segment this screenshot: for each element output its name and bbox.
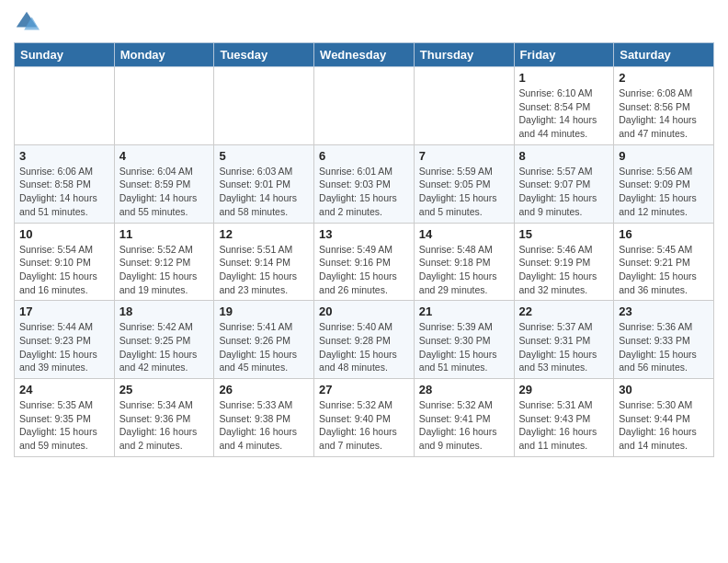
- day-number: 26: [219, 383, 309, 396]
- day-number: 22: [519, 304, 609, 318]
- calendar-cell: [15, 67, 115, 145]
- day-info: Sunrise: 5:49 AM Sunset: 9:16 PM Dayligh…: [319, 243, 409, 297]
- calendar-cell: [414, 67, 514, 145]
- day-number: 4: [119, 149, 210, 163]
- day-info: Sunrise: 5:32 AM Sunset: 9:41 PM Dayligh…: [419, 398, 509, 453]
- calendar-cell: [114, 67, 214, 145]
- day-info: Sunrise: 5:33 AM Sunset: 9:38 PM Dayligh…: [219, 398, 309, 453]
- calendar-cell: 1Sunrise: 6:10 AM Sunset: 8:54 PM Daylig…: [514, 67, 614, 145]
- calendar-cell: 5Sunrise: 6:03 AM Sunset: 9:01 PM Daylig…: [214, 144, 314, 223]
- header: [14, 9, 714, 35]
- calendar-cell: 30Sunrise: 5:30 AM Sunset: 9:44 PM Dayli…: [614, 379, 714, 457]
- calendar-cell: 14Sunrise: 5:48 AM Sunset: 9:18 PM Dayli…: [414, 223, 514, 301]
- day-info: Sunrise: 5:30 AM Sunset: 9:44 PM Dayligh…: [619, 398, 709, 453]
- day-number: 14: [419, 227, 509, 241]
- day-info: Sunrise: 5:52 AM Sunset: 9:12 PM Dayligh…: [119, 243, 210, 297]
- day-number: 17: [19, 304, 109, 318]
- day-number: 16: [619, 227, 709, 241]
- calendar-cell: 29Sunrise: 5:31 AM Sunset: 9:43 PM Dayli…: [514, 379, 614, 457]
- weekday-header-monday: Monday: [114, 43, 214, 67]
- day-number: 24: [19, 383, 109, 396]
- calendar-week-1: 1Sunrise: 6:10 AM Sunset: 8:54 PM Daylig…: [15, 67, 714, 145]
- day-info: Sunrise: 5:40 AM Sunset: 9:28 PM Dayligh…: [319, 320, 409, 374]
- day-info: Sunrise: 5:42 AM Sunset: 9:25 PM Dayligh…: [119, 320, 210, 374]
- calendar-cell: 21Sunrise: 5:39 AM Sunset: 9:30 PM Dayli…: [414, 301, 514, 379]
- weekday-header-thursday: Thursday: [414, 43, 514, 67]
- calendar-cell: 25Sunrise: 5:34 AM Sunset: 9:36 PM Dayli…: [114, 379, 214, 457]
- calendar-cell: 24Sunrise: 5:35 AM Sunset: 9:35 PM Dayli…: [15, 379, 115, 457]
- day-info: Sunrise: 5:35 AM Sunset: 9:35 PM Dayligh…: [19, 398, 109, 453]
- day-number: 10: [19, 227, 109, 241]
- calendar-cell: 16Sunrise: 5:45 AM Sunset: 9:21 PM Dayli…: [614, 223, 714, 301]
- calendar-week-2: 3Sunrise: 6:06 AM Sunset: 8:58 PM Daylig…: [15, 144, 714, 223]
- calendar-cell: 3Sunrise: 6:06 AM Sunset: 8:58 PM Daylig…: [15, 144, 115, 223]
- day-info: Sunrise: 5:51 AM Sunset: 9:14 PM Dayligh…: [219, 243, 309, 297]
- weekday-header-row: SundayMondayTuesdayWednesdayThursdayFrid…: [15, 43, 714, 67]
- calendar-week-5: 24Sunrise: 5:35 AM Sunset: 9:35 PM Dayli…: [15, 379, 714, 457]
- logo-icon: [14, 9, 40, 35]
- logo: [14, 9, 43, 35]
- day-info: Sunrise: 5:37 AM Sunset: 9:31 PM Dayligh…: [519, 320, 609, 374]
- day-number: 25: [119, 383, 210, 396]
- day-info: Sunrise: 5:41 AM Sunset: 9:26 PM Dayligh…: [219, 320, 309, 374]
- day-info: Sunrise: 5:31 AM Sunset: 9:43 PM Dayligh…: [519, 398, 609, 453]
- day-number: 18: [119, 304, 210, 318]
- weekday-header-wednesday: Wednesday: [314, 43, 415, 67]
- day-number: 30: [619, 383, 709, 396]
- calendar-cell: 28Sunrise: 5:32 AM Sunset: 9:41 PM Dayli…: [414, 379, 514, 457]
- calendar-cell: 4Sunrise: 6:04 AM Sunset: 8:59 PM Daylig…: [114, 144, 214, 223]
- day-info: Sunrise: 5:34 AM Sunset: 9:36 PM Dayligh…: [119, 398, 210, 453]
- calendar-cell: 9Sunrise: 5:56 AM Sunset: 9:09 PM Daylig…: [614, 144, 714, 223]
- day-info: Sunrise: 5:44 AM Sunset: 9:23 PM Dayligh…: [19, 320, 109, 374]
- day-number: 12: [219, 227, 309, 241]
- day-info: Sunrise: 6:01 AM Sunset: 9:03 PM Dayligh…: [319, 165, 409, 219]
- day-info: Sunrise: 6:08 AM Sunset: 8:56 PM Dayligh…: [619, 86, 709, 141]
- day-number: 28: [419, 383, 509, 396]
- calendar-cell: 6Sunrise: 6:01 AM Sunset: 9:03 PM Daylig…: [314, 144, 415, 223]
- day-info: Sunrise: 5:54 AM Sunset: 9:10 PM Dayligh…: [19, 243, 109, 297]
- day-info: Sunrise: 5:39 AM Sunset: 9:30 PM Dayligh…: [419, 320, 509, 374]
- day-number: 9: [619, 149, 709, 163]
- calendar-cell: 11Sunrise: 5:52 AM Sunset: 9:12 PM Dayli…: [114, 223, 214, 301]
- weekday-header-tuesday: Tuesday: [214, 43, 314, 67]
- calendar-cell: 15Sunrise: 5:46 AM Sunset: 9:19 PM Dayli…: [514, 223, 614, 301]
- day-info: Sunrise: 5:56 AM Sunset: 9:09 PM Dayligh…: [619, 165, 709, 219]
- calendar-cell: 17Sunrise: 5:44 AM Sunset: 9:23 PM Dayli…: [15, 301, 115, 379]
- day-number: 13: [319, 227, 409, 241]
- day-info: Sunrise: 5:36 AM Sunset: 9:33 PM Dayligh…: [619, 320, 709, 374]
- day-info: Sunrise: 5:57 AM Sunset: 9:07 PM Dayligh…: [519, 165, 609, 219]
- day-info: Sunrise: 5:46 AM Sunset: 9:19 PM Dayligh…: [519, 243, 609, 297]
- calendar-cell: 7Sunrise: 5:59 AM Sunset: 9:05 PM Daylig…: [414, 144, 514, 223]
- day-number: 11: [119, 227, 210, 241]
- day-number: 8: [519, 149, 609, 163]
- calendar-cell: [214, 67, 314, 145]
- calendar-cell: 19Sunrise: 5:41 AM Sunset: 9:26 PM Dayli…: [214, 301, 314, 379]
- page: SundayMondayTuesdayWednesdayThursdayFrid…: [0, 0, 728, 466]
- calendar-cell: 23Sunrise: 5:36 AM Sunset: 9:33 PM Dayli…: [614, 301, 714, 379]
- calendar-cell: 27Sunrise: 5:32 AM Sunset: 9:40 PM Dayli…: [314, 379, 415, 457]
- calendar-cell: 18Sunrise: 5:42 AM Sunset: 9:25 PM Dayli…: [114, 301, 214, 379]
- weekday-header-sunday: Sunday: [15, 43, 115, 67]
- calendar-cell: 12Sunrise: 5:51 AM Sunset: 9:14 PM Dayli…: [214, 223, 314, 301]
- day-number: 5: [219, 149, 309, 163]
- calendar-cell: 22Sunrise: 5:37 AM Sunset: 9:31 PM Dayli…: [514, 301, 614, 379]
- day-number: 29: [519, 383, 609, 396]
- calendar-cell: 13Sunrise: 5:49 AM Sunset: 9:16 PM Dayli…: [314, 223, 415, 301]
- day-info: Sunrise: 6:10 AM Sunset: 8:54 PM Dayligh…: [519, 86, 609, 141]
- day-number: 27: [319, 383, 409, 396]
- day-number: 3: [19, 149, 109, 163]
- calendar-cell: 10Sunrise: 5:54 AM Sunset: 9:10 PM Dayli…: [15, 223, 115, 301]
- day-number: 20: [319, 304, 409, 318]
- day-number: 7: [419, 149, 509, 163]
- day-number: 1: [519, 71, 609, 85]
- day-number: 21: [419, 304, 509, 318]
- day-number: 6: [319, 149, 409, 163]
- day-info: Sunrise: 5:59 AM Sunset: 9:05 PM Dayligh…: [419, 165, 509, 219]
- day-info: Sunrise: 5:48 AM Sunset: 9:18 PM Dayligh…: [419, 243, 509, 297]
- calendar-cell: 26Sunrise: 5:33 AM Sunset: 9:38 PM Dayli…: [214, 379, 314, 457]
- day-number: 23: [619, 304, 709, 318]
- day-info: Sunrise: 5:45 AM Sunset: 9:21 PM Dayligh…: [619, 243, 709, 297]
- day-number: 2: [619, 71, 709, 85]
- calendar-cell: 2Sunrise: 6:08 AM Sunset: 8:56 PM Daylig…: [614, 67, 714, 145]
- day-number: 19: [219, 304, 309, 318]
